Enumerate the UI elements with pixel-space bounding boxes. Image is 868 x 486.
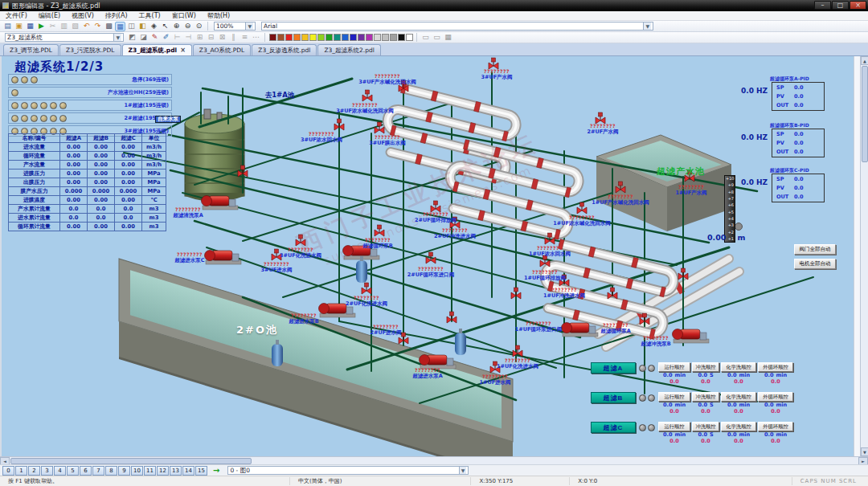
copy-icon[interactable]: ▥: [59, 22, 69, 31]
sequence-button[interactable]: 化学洗顺控: [721, 392, 756, 402]
zoom-in-icon[interactable]: ⊕: [171, 22, 182, 31]
align-grid-icon[interactable]: ⊞: [194, 33, 205, 43]
menu-item[interactable]: 排列(A): [100, 11, 133, 20]
vertical-scrollbar[interactable]: ▲ ▼: [860, 56, 868, 456]
pan-hand-icon[interactable]: ◈: [149, 22, 159, 31]
document-tab[interactable]: Z3_AO系统.PDL: [193, 44, 251, 55]
scroll-down-icon[interactable]: ▼: [861, 447, 868, 456]
page-button[interactable]: 8: [105, 466, 117, 476]
page-button[interactable]: 14: [182, 466, 194, 476]
sequence-button[interactable]: 冲洗顺控: [692, 422, 719, 431]
vscroll-thumb[interactable]: [862, 66, 868, 162]
sequence-button[interactable]: 运行顺控: [658, 392, 690, 402]
zoom-out-icon[interactable]: ⊖: [182, 22, 193, 31]
uf-a-button[interactable]: 超滤A: [591, 362, 636, 374]
horizontal-scrollbar[interactable]: ◄ ►: [0, 456, 868, 464]
document-tab[interactable]: Z3_超滤系统2.pdl: [317, 44, 380, 55]
pointer-icon[interactable]: ↖: [160, 22, 170, 31]
sequence-button[interactable]: 运行顺控: [658, 422, 690, 431]
pid-box[interactable]: SP 0.0 PV 0.0 OUT 0.0: [772, 174, 825, 202]
uf-b-button[interactable]: 超滤B: [591, 392, 636, 403]
menu-item[interactable]: 帮助(H): [202, 11, 235, 20]
fill-style-icon[interactable]: ▦: [443, 33, 453, 43]
page-select-combo[interactable]: 0 - 图0▼: [227, 466, 469, 475]
more-icon[interactable]: ⋯: [251, 33, 261, 43]
page-button[interactable]: 15: [195, 466, 207, 476]
page-button[interactable]: 1: [15, 466, 27, 476]
sequence-button[interactable]: 外循环顺控: [758, 362, 793, 372]
maximize-button[interactable]: □: [832, 1, 849, 10]
page-button[interactable]: 11: [144, 466, 156, 476]
page-button[interactable]: 5: [67, 466, 79, 476]
color-swatch[interactable]: [374, 34, 381, 41]
paste-icon[interactable]: ▧: [70, 22, 80, 31]
library-icon[interactable]: ◩: [127, 33, 137, 43]
color-swatch[interactable]: [293, 34, 301, 41]
go-arrow-icon[interactable]: →: [213, 466, 219, 475]
color-swatch[interactable]: [301, 34, 309, 41]
page-button[interactable]: 6: [80, 466, 92, 476]
minimize-button[interactable]: –: [814, 1, 831, 10]
zoom-region-icon[interactable]: ⊙: [194, 22, 204, 31]
menu-item[interactable]: 编辑(E): [33, 11, 66, 20]
color-swatch[interactable]: [269, 34, 276, 41]
layers-icon[interactable]: ◧: [137, 22, 148, 31]
redo-icon[interactable]: ↷: [92, 22, 103, 31]
distribute-icon[interactable]: ∥: [228, 33, 239, 43]
hscroll-thumb[interactable]: [10, 458, 252, 464]
tab-close-icon[interactable]: ×: [180, 47, 186, 54]
document-tab[interactable]: Z3_反渗透系统.pdl: [252, 44, 317, 55]
line-style-icon[interactable]: ▭: [420, 33, 431, 43]
menu-item[interactable]: 文件(F): [0, 11, 33, 20]
color-swatch[interactable]: [382, 34, 389, 41]
ungroup-icon[interactable]: ⊠: [217, 33, 227, 43]
document-tab[interactable]: Z3_调节池.PDL: [3, 44, 59, 55]
new-icon[interactable]: ▤: [2, 22, 13, 31]
sequence-button[interactable]: 化学洗顺控: [721, 362, 756, 372]
document-tab[interactable]: Z3_污泥脱水.PDL: [59, 44, 121, 55]
color-swatch[interactable]: [366, 34, 373, 41]
page-button[interactable]: 3: [41, 466, 53, 476]
align-left-icon[interactable]: ⊢: [172, 33, 182, 43]
undo-icon[interactable]: ↶: [81, 22, 92, 31]
page-button[interactable]: 10: [131, 466, 143, 476]
color-swatch[interactable]: [342, 34, 349, 41]
font-family-combo[interactable]: Arial▼: [261, 22, 653, 31]
color-swatch[interactable]: [358, 34, 365, 41]
chevron-down-icon[interactable]: ▼: [245, 22, 253, 30]
hmi-canvas[interactable]: 西门子工业技术论坛 support.industry.siemens.com 超…: [2, 56, 854, 456]
object-icon[interactable]: ◪: [138, 33, 149, 43]
chevron-down-icon[interactable]: ▼: [113, 34, 121, 41]
menu-item[interactable]: 窗口(W): [166, 11, 202, 20]
color-swatch[interactable]: [285, 34, 293, 41]
sequence-button[interactable]: 冲洗顺控: [692, 362, 719, 372]
page-button[interactable]: 7: [92, 466, 104, 476]
pid-box[interactable]: SP 0.0 PV 0.0 OUT 0.0: [772, 82, 825, 111]
grid-icon[interactable]: ▦: [115, 22, 125, 31]
sequence-button[interactable]: 冲洗顺控: [692, 392, 719, 402]
menu-item[interactable]: 工具(T): [133, 11, 166, 20]
sequence-button[interactable]: 运行顺控: [658, 362, 690, 372]
color-swatch[interactable]: [326, 34, 333, 41]
pen-icon[interactable]: ✎: [149, 33, 160, 43]
chevron-down-icon[interactable]: ▼: [643, 22, 651, 30]
open-icon[interactable]: ▣: [14, 22, 24, 31]
page-button[interactable]: 13: [170, 466, 182, 476]
run-icon[interactable]: ▶: [36, 22, 47, 31]
color-swatch[interactable]: [334, 34, 341, 41]
color-swatch[interactable]: [406, 34, 413, 41]
menu-item[interactable]: 视图(V): [66, 11, 100, 20]
color-swatch[interactable]: [309, 34, 317, 41]
color-swatch[interactable]: [277, 34, 285, 41]
align-right-icon[interactable]: ⊣: [183, 33, 194, 43]
sequence-button[interactable]: 外循环顺控: [758, 392, 793, 402]
page-button[interactable]: 9: [118, 466, 130, 476]
pid-box[interactable]: SP 0.0 PV 0.0 OUT 0.0: [772, 129, 825, 157]
page-button[interactable]: 0: [2, 466, 14, 476]
page-button[interactable]: 4: [54, 466, 66, 476]
color-swatch[interactable]: [350, 34, 357, 41]
document-tab[interactable]: Z3_超滤系统.pdl ×: [122, 44, 192, 55]
order-icon[interactable]: ≡: [240, 33, 250, 43]
chevron-down-icon[interactable]: ▼: [459, 467, 467, 474]
page-button[interactable]: 12: [157, 466, 169, 476]
